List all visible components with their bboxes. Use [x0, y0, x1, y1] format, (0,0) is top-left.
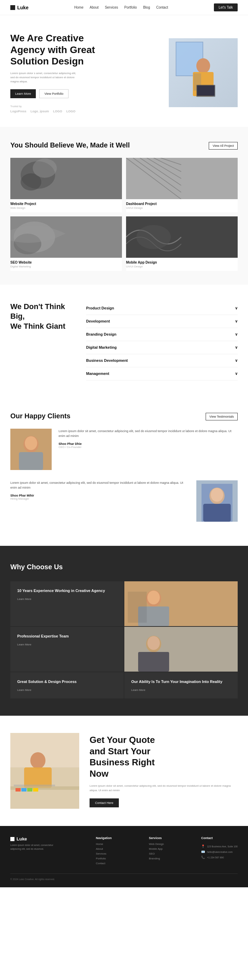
footer-bottom: © 2024 Luke Creative. All rights reserve…	[10, 873, 238, 880]
why-title-2: Great Solution & Design Process	[17, 679, 117, 684]
accordion-header-1[interactable]: Product Design ∨	[86, 302, 238, 315]
hero-heading: We Are Creative Agency with Great Soluti…	[10, 32, 162, 67]
contact-button[interactable]: Contact Here	[89, 799, 119, 807]
nav-services[interactable]: Services	[105, 5, 118, 9]
testimonial-image-2	[196, 480, 238, 522]
accordion-item-5: Business Development ∨	[86, 354, 238, 368]
footer-service-1[interactable]: Web Design	[149, 843, 164, 846]
project-card-4: Mobile App Design UX/UI Design	[126, 216, 238, 271]
footer-service-2[interactable]: Mobile App	[149, 847, 164, 850]
phone-icon: 📞	[201, 856, 205, 859]
footer-contact-email: 📧 hello@lukecreative.com	[201, 850, 238, 854]
svg-point-24	[137, 225, 171, 249]
nav-logo[interactable]: Luke	[10, 5, 29, 10]
nav-links: Home About Services Portfolio Blog Conta…	[75, 5, 168, 9]
why-card-4: Our Ability Is To Turn Your Imagination …	[124, 672, 238, 698]
hero-description: Lorem ipsum dolor s amet, consectetur ad…	[10, 71, 79, 84]
hero-logos: Trusted by LogoPress Logo_ipsum LOGO LOG…	[10, 105, 162, 113]
project-sub-3: Digital Marketing	[10, 265, 122, 268]
think-big-section: We Don't Think Big, We Think Giant Produ…	[0, 285, 248, 398]
navbar: Luke Home About Services Portfolio Blog …	[0, 0, 248, 15]
learn-more-button[interactable]: Learn More	[10, 89, 36, 98]
nav-contact[interactable]: Contact	[156, 5, 168, 9]
footer-nav-home[interactable]: Home	[96, 843, 111, 846]
project-img-texture-2	[126, 158, 238, 199]
footer-logo-text: Luke	[16, 836, 27, 842]
think-big-heading: We Don't Think Big, We Think Giant	[10, 302, 72, 331]
client-name-2: Shoo Phar Mihir	[10, 494, 189, 497]
hero-section: We Are Creative Agency with Great Soluti…	[0, 15, 248, 127]
why-card-2: Great Solution & Design Process Learn Mo…	[10, 672, 124, 698]
location-icon: 📍	[201, 845, 205, 848]
chevron-down-icon-5: ∨	[235, 358, 238, 363]
project-info-3: SEO Website Digital Marketing	[10, 258, 122, 271]
testimonial-text-1: Lorem ipsum dolor sit amet, consectetur …	[59, 429, 238, 449]
footer-service-4[interactable]: Branding	[149, 857, 164, 860]
footer-nav-contact[interactable]: Contact	[96, 862, 111, 865]
footer-contact-phone: 📞 +1 234 567 890	[201, 856, 238, 859]
believe-header: You Should Believe We, Made it Well View…	[10, 141, 238, 150]
clients-header: Our Happy Clients View Testimonials	[10, 411, 238, 420]
accordion-header-6[interactable]: Management ∨	[86, 368, 238, 380]
accordion-item-2: Development ∨	[86, 315, 238, 328]
quote-section: Get Your Quote and Start Your Business R…	[0, 716, 248, 826]
footer-services-heading: Services	[149, 836, 164, 840]
service-label-3: Branding Design	[86, 332, 116, 336]
project-card-3: SEO Website Digital Marketing	[10, 216, 122, 271]
hero-buttons: Learn More View Portfolio	[10, 89, 162, 98]
nav-blog[interactable]: Blog	[143, 5, 150, 9]
project-image-3	[10, 216, 122, 258]
testimonial-image-1	[10, 429, 52, 470]
svg-rect-32	[203, 504, 231, 522]
footer-logo-icon	[10, 837, 14, 841]
why-card-3: Professional Expertise Team Learn More	[10, 627, 124, 671]
clients-section: Our Happy Clients View Testimonials Lore…	[0, 398, 248, 546]
project-info-2: Dashboard Project UX/UI Design	[126, 199, 238, 212]
testimonial-quote-1: Lorem ipsum dolor sit amet, consectetur …	[59, 429, 238, 439]
why-title-1: 10 Years Experience Working in Creative …	[17, 588, 117, 593]
svg-point-28	[25, 436, 37, 450]
project-title-3: SEO Website	[10, 261, 122, 264]
learn-more-2[interactable]: Learn More	[17, 689, 117, 692]
project-card-1: Website Project Web Design	[10, 158, 122, 212]
learn-more-3[interactable]: Learn More	[17, 643, 117, 646]
nav-about[interactable]: About	[89, 5, 99, 9]
client-name-1: Shoo Phar Dhie	[59, 442, 238, 445]
footer-nav-services[interactable]: Services	[96, 852, 111, 855]
nav-portfolio[interactable]: Portfolio	[124, 5, 137, 9]
svg-rect-41	[138, 652, 169, 671]
accordion-header-4[interactable]: Digital Marketing ∨	[86, 341, 238, 354]
copyright-text: © 2024 Luke Creative. All rights reserve…	[10, 878, 55, 880]
logo-text: Luke	[17, 5, 29, 10]
why-grid: 10 Years Experience Working in Creative …	[10, 581, 238, 671]
client-role-1: CEO / Co-Founder	[59, 445, 238, 449]
learn-more-1[interactable]: Learn More	[17, 598, 117, 601]
chevron-down-icon-2: ∨	[235, 319, 238, 324]
project-image-1	[10, 158, 122, 199]
footer-nav-about[interactable]: About	[96, 847, 111, 850]
footer-nav-portfolio[interactable]: Portfolio	[96, 857, 111, 860]
accordion-header-5[interactable]: Business Development ∨	[86, 354, 238, 367]
svg-rect-8	[197, 86, 215, 96]
view-portfolio-button[interactable]: View Portfolio	[39, 89, 68, 98]
footer-address-text: 123 Business Ave, Suite 100	[207, 845, 238, 848]
hero-text: We Are Creative Agency with Great Soluti…	[10, 32, 169, 113]
footer-service-3[interactable]: SEO	[149, 852, 164, 855]
service-label-4: Digital Marketing	[86, 345, 117, 349]
nav-home[interactable]: Home	[75, 5, 84, 9]
quote-description: Lorem ipsum dolor sit amet, consectetur …	[89, 784, 238, 793]
service-label-2: Development	[86, 319, 110, 323]
project-img-texture-4	[126, 216, 238, 258]
svg-rect-48	[14, 784, 55, 786]
view-testimonials-button[interactable]: View Testimonials	[206, 413, 238, 420]
accordion-item-3: Branding Design ∨	[86, 328, 238, 341]
learn-more-4[interactable]: Learn More	[131, 689, 231, 692]
project-img-texture-1	[10, 158, 122, 199]
accordion-header-3[interactable]: Branding Design ∨	[86, 328, 238, 341]
nav-cta-button[interactable]: Let's Talk	[214, 3, 238, 11]
why-title-3: Professional Expertise Team	[17, 634, 117, 639]
footer-nav-col: Navigation Home About Services Portfolio…	[96, 836, 111, 867]
accordion-header-2[interactable]: Development ∨	[86, 315, 238, 328]
footer-description: Lorem ipsum dolor sit amet, consectetur …	[10, 843, 59, 851]
view-all-projects-button[interactable]: View All Project	[209, 142, 238, 150]
